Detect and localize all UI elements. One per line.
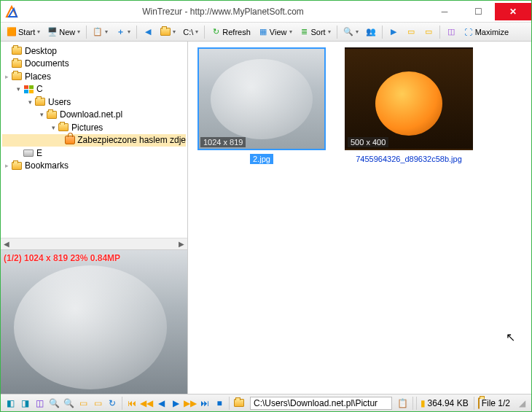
sb-copy-path[interactable]: 📋 — [396, 397, 410, 410]
twisty-icon[interactable]: ▸ — [2, 162, 11, 169]
sb-fit2[interactable]: ▭ — [91, 397, 104, 410]
thumbnail-image: 500 x 400 — [345, 47, 473, 150]
tree-node[interactable]: Desktop — [2, 44, 186, 58]
close-button[interactable] — [495, 3, 531, 20]
twisty-icon[interactable]: ▸ — [2, 73, 11, 80]
preview-image — [1, 250, 187, 394]
thumbnail[interactable]: 500 x 4007455964326_d89632c58b.jpg — [341, 47, 477, 164]
thumbnail-pane[interactable]: 1024 x 8192.jpg500 x 4007455964326_d8963… — [188, 42, 531, 394]
sb-path-icon — [232, 397, 246, 410]
view-button[interactable]: ▦View▾ — [255, 25, 295, 39]
tree-node[interactable]: ▾Users — [2, 96, 186, 109]
sb-zoom-in[interactable]: 🔍 — [47, 397, 60, 410]
tree-node[interactable]: ▾Pictures — [2, 121, 186, 134]
refresh-label: Refresh — [222, 28, 251, 36]
sort-icon: ≣ — [300, 27, 310, 37]
twisty-icon[interactable]: ▾ — [49, 124, 58, 131]
back-icon: ◀ — [143, 27, 153, 37]
tree-node[interactable]: Zabezpieczone haslem zdje — [2, 134, 186, 147]
copy-button[interactable]: 📋▾ — [90, 25, 111, 39]
tree-label: Zabezpieczone haslem zdje — [77, 135, 186, 145]
path-text: C:\Users\Download.net.pl\Pictur — [254, 398, 378, 408]
path-box[interactable]: C:\Users\Download.net.pl\Pictur — [250, 397, 392, 410]
folder-tree[interactable]: DesktopDocuments▸Places▾C▾Users▾Download… — [1, 42, 187, 238]
drive-label: C:\ — [183, 28, 193, 36]
play-icon: ▶ — [388, 27, 399, 37]
tree-hscroll[interactable]: ◀ ▶ — [1, 238, 187, 249]
sb-btn2[interactable]: ◨ — [18, 397, 31, 410]
folder-up-icon — [160, 27, 171, 37]
sb-rotate[interactable]: ↻ — [106, 397, 119, 410]
windows-icon — [23, 84, 34, 94]
maximize-button[interactable]: ⛶Maximize — [461, 25, 512, 39]
tree-label: Download.net.pl — [60, 109, 122, 120]
sb-last[interactable]: ⏭ — [198, 397, 211, 410]
tree-node[interactable]: Documents — [2, 58, 186, 71]
tree-node[interactable]: ▾Download.net.pl — [2, 109, 186, 122]
panel-button[interactable]: ◫ — [443, 25, 459, 39]
start-icon: 🟧 — [7, 27, 17, 37]
minimize-button[interactable] — [428, 3, 461, 20]
body: DesktopDocuments▸Places▾C▾Users▾Download… — [1, 42, 531, 394]
separator — [122, 397, 122, 410]
size-text: 364.94 KB — [428, 398, 469, 408]
separator — [204, 26, 205, 39]
up-button[interactable]: ▾ — [157, 25, 179, 39]
window-controls — [428, 3, 531, 20]
sb-back[interactable]: ◀ — [154, 397, 168, 410]
add-icon: ＋ — [115, 27, 125, 37]
app-icon — [5, 5, 18, 18]
tree-label: Pictures — [71, 123, 103, 133]
preview-pane: (1/2) 1024 x 819 23% 0.84MP — [1, 249, 187, 394]
sb-next[interactable]: ▶▶ — [184, 397, 197, 410]
scroll-right-icon[interactable]: ▶ — [176, 238, 187, 250]
sb-fit[interactable]: ▭ — [77, 397, 90, 410]
scroll-track[interactable] — [12, 240, 176, 249]
sb-btn1[interactable]: ◧ — [4, 397, 17, 410]
manage-button[interactable]: 👥 — [363, 25, 379, 39]
drive-select[interactable]: C:\▾ — [180, 25, 201, 39]
refresh-icon: ↻ — [211, 27, 221, 37]
preview-overlay: (1/2) 1024 x 819 23% 0.84MP — [4, 253, 120, 263]
thumbnail[interactable]: 1024 x 8192.jpg — [194, 47, 329, 164]
tree-node[interactable]: ▾C — [2, 83, 186, 96]
start-button[interactable]: 🟧Start▾ — [4, 25, 43, 39]
new-button[interactable]: 🖥️New▾ — [44, 25, 83, 39]
tree-label: Users — [48, 97, 71, 107]
folder-icon — [11, 160, 23, 171]
twisty-icon[interactable]: ▾ — [26, 98, 34, 106]
sort-button[interactable]: ≣Sort▾ — [297, 25, 334, 39]
tree-node[interactable]: ▸Bookmarks — [2, 160, 186, 173]
left-panel: DesktopDocuments▸Places▾C▾Users▾Download… — [1, 42, 188, 394]
sb-stop[interactable]: ■ — [213, 397, 226, 410]
zoom-button[interactable]: 🔍▾ — [340, 25, 361, 39]
folder-icon — [46, 109, 58, 120]
separator — [136, 26, 137, 39]
tree-node[interactable]: E — [2, 147, 186, 160]
separator — [382, 26, 383, 39]
tree-node[interactable]: ▸Places — [2, 70, 186, 83]
count-icon — [478, 398, 480, 408]
twisty-icon[interactable]: ▾ — [37, 111, 46, 118]
play-button[interactable]: ▶ — [386, 25, 402, 39]
twisty-icon[interactable]: ▾ — [14, 85, 23, 93]
sb-prev[interactable]: ◀◀ — [140, 397, 153, 410]
sb-btn3[interactable]: ◫ — [33, 397, 46, 410]
sb-first[interactable]: ⏮ — [125, 397, 138, 410]
add-button[interactable]: ＋▾ — [112, 25, 133, 39]
new-icon: 🖥️ — [47, 27, 58, 37]
maximize-window-button[interactable] — [461, 3, 495, 20]
separator — [439, 26, 440, 39]
dimensions-badge: 1024 x 819 — [200, 137, 246, 147]
back-button[interactable]: ◀ — [140, 25, 156, 39]
refresh-button[interactable]: ↻Refresh — [208, 25, 254, 39]
sb-zoom-out[interactable]: 🔍 — [62, 397, 75, 410]
scroll-left-icon[interactable]: ◀ — [1, 238, 12, 250]
folder-icon — [58, 123, 69, 133]
sb-fwd[interactable]: ▶ — [169, 397, 182, 410]
fullscreen1-button[interactable]: ▭ — [403, 25, 419, 39]
fullscreen2-button[interactable]: ▭ — [420, 25, 437, 39]
resize-grip-icon[interactable]: ◢ — [515, 397, 528, 410]
tree-label: E — [36, 148, 42, 158]
tree-label: Places — [25, 71, 51, 82]
